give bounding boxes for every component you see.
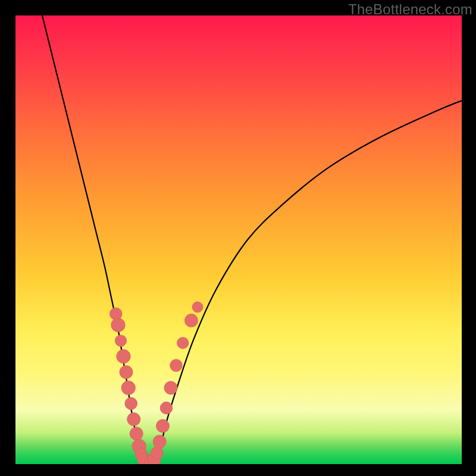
data-point-marker (153, 435, 166, 448)
data-point-marker (156, 419, 169, 433)
data-point-marker (120, 365, 133, 378)
data-point-marker (130, 427, 143, 440)
data-point-marker (184, 314, 198, 327)
data-point-marker (117, 349, 131, 364)
data-point-marker (151, 447, 163, 459)
data-point-marker (192, 302, 203, 312)
data-point-marker (177, 337, 189, 349)
data-point-marker (125, 397, 137, 410)
data-point-marker (160, 402, 173, 414)
plot-area (15, 15, 462, 464)
data-point-marker (127, 413, 140, 426)
data-point-marker (170, 359, 183, 372)
data-point-marker (109, 308, 122, 320)
data-point-marker (121, 381, 136, 395)
data-point-marker (115, 335, 127, 347)
chart-frame: TheBottleneck.com (0, 0, 476, 476)
data-point-marker (164, 381, 177, 394)
bottleneck-curve (15, 15, 462, 464)
data-point-marker (111, 318, 126, 332)
